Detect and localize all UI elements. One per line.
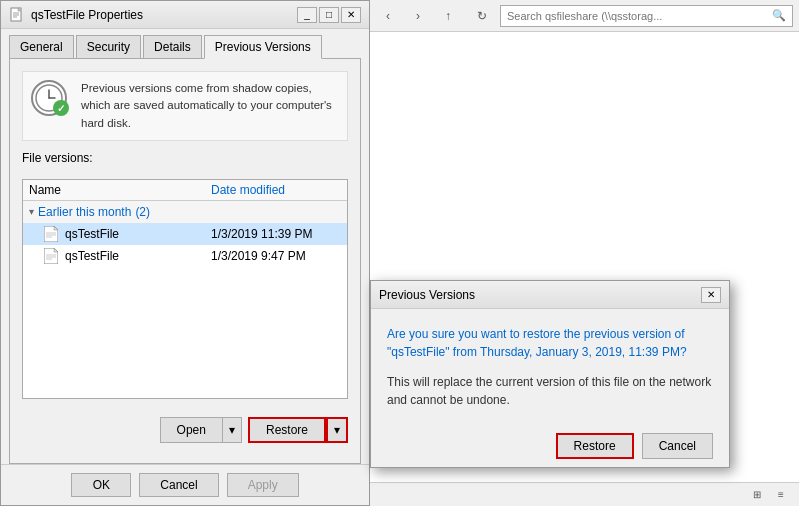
- file-date-1: 1/3/2019 9:47 PM: [211, 249, 341, 263]
- search-box: 🔍: [500, 5, 793, 27]
- tab-security[interactable]: Security: [76, 35, 141, 58]
- group-header-earlier-this-month[interactable]: ▾ Earlier this month (2): [23, 201, 347, 223]
- confirm-info: This will replace the current version of…: [387, 373, 713, 409]
- nav-up-button[interactable]: ↑: [436, 4, 460, 28]
- col-date-header: Date modified: [211, 183, 341, 197]
- file-name-1: qsTestFile: [65, 249, 205, 263]
- confirm-question: Are you sure you want to restore the pre…: [387, 325, 713, 361]
- tab-content-previous-versions: ✓ Previous versions come from shadow cop…: [9, 58, 361, 464]
- tab-previous-versions[interactable]: Previous Versions: [204, 35, 322, 59]
- versions-body: ▾ Earlier this month (2) qsTe: [23, 201, 347, 398]
- dialog-footer: OK Cancel Apply: [1, 464, 369, 505]
- title-bar: qsTestFile Properties _ □ ✕: [1, 1, 369, 29]
- nav-back-button[interactable]: ‹: [376, 4, 400, 28]
- group-count: (2): [135, 205, 150, 219]
- open-button[interactable]: Open: [160, 417, 223, 443]
- file-doc-icon-1: [43, 248, 59, 264]
- file-row-1[interactable]: qsTestFile 1/3/2019 9:47 PM: [23, 245, 347, 267]
- svg-marker-9: [54, 226, 58, 230]
- confirm-restore-button[interactable]: Restore: [556, 433, 634, 459]
- maximize-button[interactable]: □: [319, 7, 339, 23]
- refresh-button[interactable]: ↻: [470, 4, 494, 28]
- check-badge: ✓: [53, 100, 69, 116]
- minimize-button[interactable]: _: [297, 7, 317, 23]
- dialog-title: qsTestFile Properties: [31, 8, 143, 22]
- shadow-copy-icon: ✓: [31, 80, 71, 120]
- explorer-toolbar: ‹ › ↑ ↻ 🔍: [370, 0, 799, 32]
- cancel-button[interactable]: Cancel: [139, 473, 218, 497]
- open-btn-group: Open ▾: [160, 417, 242, 443]
- restore-button[interactable]: Restore: [248, 417, 326, 443]
- confirm-cancel-button[interactable]: Cancel: [642, 433, 713, 459]
- properties-dialog: qsTestFile Properties _ □ ✕ General Secu…: [0, 0, 370, 506]
- file-icon: [9, 7, 25, 23]
- title-controls: _ □ ✕: [297, 7, 361, 23]
- file-doc-icon-0: [43, 226, 59, 242]
- tab-details[interactable]: Details: [143, 35, 202, 58]
- col-name-header: Name: [29, 183, 211, 197]
- search-icon: 🔍: [772, 9, 786, 22]
- svg-marker-14: [54, 248, 58, 252]
- ok-button[interactable]: OK: [71, 473, 131, 497]
- file-name-0: qsTestFile: [65, 227, 205, 241]
- restore-dropdown-icon: ▾: [334, 423, 340, 437]
- confirm-close-button[interactable]: ✕: [701, 287, 721, 303]
- list-view-button[interactable]: ≡: [771, 486, 791, 504]
- group-label: Earlier this month: [38, 205, 131, 219]
- versions-header: Name Date modified: [23, 180, 347, 201]
- confirm-footer: Restore Cancel: [371, 425, 729, 467]
- confirm-dialog-title: Previous Versions: [379, 288, 475, 302]
- bottom-actions: Open ▾ Restore ▾: [22, 409, 348, 451]
- group-chevron-icon: ▾: [29, 206, 34, 217]
- search-input[interactable]: [507, 10, 772, 22]
- file-versions-label: File versions:: [22, 151, 348, 165]
- apply-button[interactable]: Apply: [227, 473, 299, 497]
- status-bar: ⊞ ≡: [370, 482, 799, 506]
- restore-btn-group: Restore ▾: [248, 417, 348, 443]
- open-dropdown-button[interactable]: ▾: [223, 417, 242, 443]
- confirm-dialog: Previous Versions ✕ Are you sure you wan…: [370, 280, 730, 468]
- confirm-body: Are you sure you want to restore the pre…: [371, 309, 729, 425]
- grid-view-button[interactable]: ⊞: [747, 486, 767, 504]
- restore-dropdown-button[interactable]: ▾: [326, 417, 348, 443]
- tab-general[interactable]: General: [9, 35, 74, 58]
- nav-forward-button[interactable]: ›: [406, 4, 430, 28]
- open-dropdown-icon: ▾: [229, 423, 235, 437]
- tabs-bar: General Security Details Previous Versio…: [1, 29, 369, 58]
- versions-table: Name Date modified ▾ Earlier this month …: [22, 179, 348, 399]
- info-section: ✓ Previous versions come from shadow cop…: [22, 71, 348, 141]
- info-description: Previous versions come from shadow copie…: [81, 80, 339, 132]
- confirm-title-bar: Previous Versions ✕: [371, 281, 729, 309]
- file-date-0: 1/3/2019 11:39 PM: [211, 227, 341, 241]
- file-row-0[interactable]: qsTestFile 1/3/2019 11:39 PM: [23, 223, 347, 245]
- close-dialog-button[interactable]: ✕: [341, 7, 361, 23]
- title-bar-left: qsTestFile Properties: [9, 7, 143, 23]
